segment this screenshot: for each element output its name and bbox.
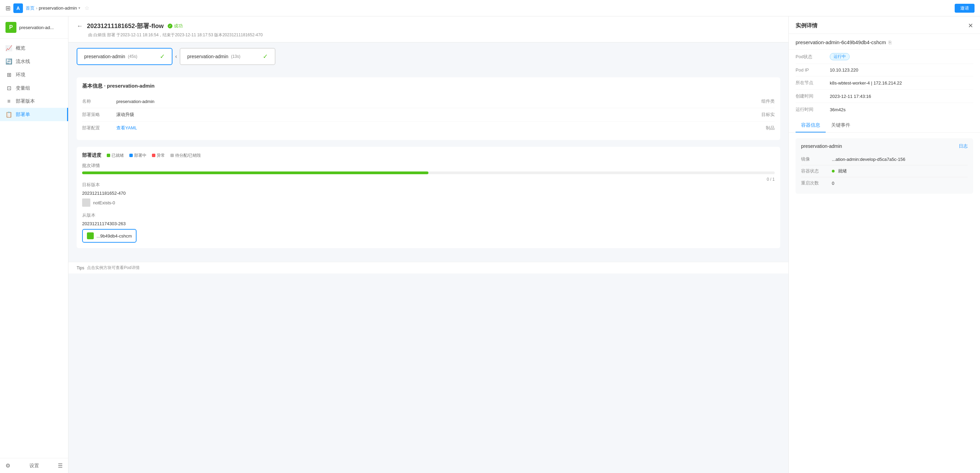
step2-time: (13s) — [231, 54, 240, 59]
menu-icon[interactable]: ☰ — [58, 462, 63, 469]
main-layout: P preservation-ad... 📈 概览 🔄 流水线 ⊞ 环境 ⊡ 变… — [0, 16, 980, 473]
legend-dot-ready — [107, 154, 110, 157]
legend-label-error: 异常 — [157, 153, 165, 158]
node-value: k8s-wbtest-worker-4 | 172.16.214.22 — [830, 80, 973, 86]
instance-tabs: 容器信息 关键事件 — [789, 119, 980, 133]
settings-label: 设置 — [29, 463, 39, 469]
progress-header: 部署进度 已就绪 部署中 — [82, 152, 775, 158]
sidebar-item-overview[interactable]: 📈 概览 — [0, 41, 68, 55]
sidebar-label-vargroup: 变量组 — [16, 85, 30, 91]
container-row-image: 镜像 ...ation-admin:develop-d5ca7a5c-156 — [801, 153, 968, 165]
tab-key-events[interactable]: 关键事件 — [826, 119, 856, 132]
pod-block-label: ...9b49db4-cshcm — [97, 233, 132, 239]
instance-info: Pod状态 运行中 Pod IP 10.10.123.220 所在节点 k8s-… — [789, 49, 980, 116]
batch-detail-label: 批次详情 — [82, 162, 775, 169]
instance-row-run-time: 运行时间 36m42s — [795, 103, 973, 116]
restart-label: 重启次数 — [801, 180, 832, 186]
info-right-name: 组件类 — [761, 98, 775, 104]
back-button[interactable]: ← — [76, 22, 83, 30]
restart-value: 0 — [832, 181, 968, 186]
dropdown-icon[interactable]: ▾ — [78, 6, 80, 10]
deploy-header: ← 20231211181652-部署-flow ✓ 成功 由 白炳强 部署 于… — [68, 16, 788, 43]
info-label-strategy: 部署策略 — [82, 111, 116, 118]
sidebar-item-env[interactable]: ⊞ 环境 — [0, 68, 68, 81]
log-button[interactable]: 日志 — [959, 143, 968, 149]
close-icon[interactable]: ✕ — [968, 22, 973, 29]
info-value-name: preservation-admin — [116, 99, 761, 104]
instance-row-node: 所在节点 k8s-wbtest-worker-4 | 172.16.214.22 — [795, 76, 973, 90]
favorite-star-icon[interactable]: ☆ — [84, 5, 89, 11]
container-name: preservation-admin — [801, 143, 842, 149]
container-card: preservation-admin 日志 镜像 ...ation-admin:… — [795, 138, 973, 194]
info-label-name: 名称 — [82, 98, 116, 104]
pod-placeholder-name: notExists-0 — [93, 200, 115, 205]
container-status-text: 就绪 — [838, 169, 847, 174]
progress-section: 部署进度 已就绪 部署中 — [76, 147, 780, 248]
basic-info-title: 基本信息 · preservation-admin — [82, 83, 775, 89]
right-panel-title: 实例详情 — [795, 22, 818, 29]
step1-time: (45s) — [128, 54, 137, 59]
target-version-label: 目标版本 — [82, 182, 775, 188]
project-icon: P — [5, 22, 16, 33]
progress-bar-container — [82, 172, 775, 174]
progress-legend: 已就绪 部署中 异常 — [107, 153, 201, 158]
tips-text: 点击实例方块可查看Pod详情 — [87, 265, 139, 271]
create-time-label: 创建时间 — [795, 93, 830, 99]
sidebar-label-overview: 概览 — [16, 45, 25, 51]
pod-block-green-square — [87, 233, 94, 239]
pipeline-icon: 🔄 — [5, 58, 12, 65]
legend-dot-error — [152, 154, 155, 157]
container-row-status: 容器状态 就绪 — [801, 165, 968, 177]
sidebar-item-vargroup[interactable]: ⊡ 变量组 — [0, 81, 68, 95]
info-value-strategy: 滚动升级 — [116, 111, 761, 118]
info-value-config[interactable]: 查看YAML — [116, 125, 766, 131]
grid-icon[interactable]: ⊞ — [5, 5, 11, 12]
pipeline-container: preservation-admin (45s) ✓ ‹ preservatio… — [68, 43, 788, 70]
copy-icon[interactable]: ⎘ — [889, 40, 891, 45]
invite-button[interactable]: 邀请 — [955, 4, 975, 13]
run-time-value: 36m42s — [830, 107, 973, 112]
content-area: ← 20231211181652-部署-flow ✓ 成功 由 白炳强 部署 于… — [68, 16, 980, 473]
pipeline-step-1-content: preservation-admin (45s) — [84, 54, 137, 59]
container-ready-dot — [832, 170, 835, 172]
pod-status-label: Pod状态 — [795, 54, 830, 60]
instance-name: preservation-admin-6c49b49db4-cshcm — [795, 39, 886, 45]
container-status-label: 容器状态 — [801, 168, 832, 174]
vargroup-icon: ⊡ — [5, 85, 12, 91]
sidebar-project: P preservation-ad... — [0, 16, 68, 39]
tab-container-info[interactable]: 容器信息 — [795, 119, 826, 132]
deploy-meta: 由 白炳强 部署 于2023-12-11 18:16:54，结束于2023-12… — [88, 32, 780, 38]
sidebar-item-deploylist[interactable]: 📋 部署单 — [0, 108, 68, 121]
home-link[interactable]: 首页 — [25, 5, 35, 11]
topbar-logo: A — [13, 3, 23, 13]
instance-name-row: preservation-admin-6c49b49db4-cshcm ⎘ — [789, 34, 980, 49]
target-version-value: 20231211181652-470 — [82, 191, 775, 196]
instance-row-pod-status: Pod状态 运行中 — [795, 49, 973, 64]
project-name: preservation-admin — [39, 5, 76, 11]
sidebar-item-deployver[interactable]: ≡ 部署版本 — [0, 95, 68, 108]
pod-status-value: 运行中 — [830, 53, 850, 60]
success-label: 成功 — [174, 23, 183, 29]
info-row-name: 名称 preservation-admin 组件类 — [82, 95, 775, 108]
container-info-section: preservation-admin 日志 镜像 ...ation-admin:… — [789, 133, 980, 199]
info-row-config: 部署配置 查看YAML 制品 — [82, 121, 775, 134]
pipeline-expand-button[interactable]: ‹ — [175, 53, 177, 59]
create-time-value: 2023-12-11 17:43:16 — [830, 94, 973, 99]
sidebar-nav: 📈 概览 🔄 流水线 ⊞ 环境 ⊡ 变量组 ≡ 部署版本 📋 部署单 — [0, 39, 68, 458]
sidebar-item-pipeline[interactable]: 🔄 流水线 — [0, 55, 68, 68]
chart-icon: 📈 — [5, 45, 12, 51]
success-check-icon: ✓ — [168, 24, 172, 29]
pod-item-placeholder: notExists-0 — [82, 199, 775, 207]
pod-block-selected[interactable]: ...9b49db4-cshcm — [82, 229, 137, 243]
info-right-config: 制品 — [766, 125, 775, 131]
step2-name: preservation-admin — [187, 54, 228, 59]
legend-ready: 已就绪 — [107, 153, 124, 158]
pipeline-step-2[interactable]: preservation-admin (13s) ✓ — [180, 48, 275, 65]
instance-row-pod-ip: Pod IP 10.10.123.220 — [795, 64, 973, 76]
deploy-title: 20231211181652-部署-flow — [87, 22, 164, 30]
legend-dot-deploying — [129, 154, 133, 157]
settings-icon[interactable]: ⚙ — [5, 462, 10, 469]
from-version-value: 20231211174303-263 — [82, 221, 775, 226]
pod-ip-value: 10.10.123.220 — [830, 67, 973, 73]
pipeline-step-1[interactable]: preservation-admin (45s) ✓ — [76, 48, 172, 65]
